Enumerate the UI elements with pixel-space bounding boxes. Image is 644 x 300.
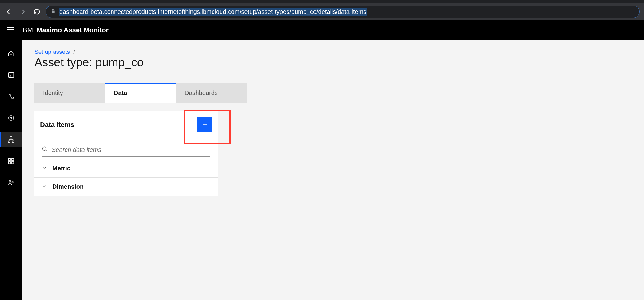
url-text: dashboard-beta.connectedproducts.interne… [59,8,367,16]
app-header: IBM Maximo Asset Monitor [0,20,644,40]
search-input[interactable] [52,146,210,153]
reload-button[interactable] [33,7,41,16]
category-metric[interactable]: Metric [34,159,218,178]
breadcrumb-sep: / [73,49,75,55]
add-data-item-button[interactable] [197,117,212,132]
category-label: Dimension [52,183,84,190]
brand: IBM Maximo Asset Monitor [21,26,109,34]
svg-point-12 [12,181,13,183]
data-icon [8,93,14,100]
forward-button[interactable] [18,7,27,16]
svg-point-3 [9,116,14,121]
svg-rect-4 [10,137,12,138]
hierarchy-icon [8,136,14,143]
apps-icon [8,158,14,164]
brand-prefix: IBM [21,26,33,34]
svg-rect-8 [12,159,14,160]
search-row [42,144,210,157]
tab-dashboards[interactable]: Dashboards [176,83,247,103]
chevron-down-icon [42,184,47,190]
browser-toolbar: dashboard-beta.connectedproducts.interne… [0,3,644,20]
svg-rect-9 [9,162,10,164]
breadcrumb-parent[interactable]: Set up assets [34,49,70,55]
back-button[interactable] [4,7,13,16]
chevron-down-icon [42,165,47,172]
svg-rect-6 [12,141,14,143]
data-items-panel: Data items Metric [34,111,218,196]
page-title: Asset type: pump_co [34,56,632,69]
svg-rect-5 [8,141,10,143]
svg-point-13 [43,147,46,151]
rail-home[interactable] [0,46,22,61]
search-icon [42,146,48,153]
menu-icon[interactable] [7,27,14,33]
users-icon [8,179,14,186]
side-rail [0,40,22,300]
category-label: Metric [52,165,70,172]
breadcrumb: Set up assets / [34,49,632,55]
panel-heading: Data items [40,121,74,129]
home-icon [8,50,14,57]
address-bar[interactable]: dashboard-beta.connectedproducts.interne… [46,6,640,18]
brand-product: Maximo Asset Monitor [37,26,109,34]
tabs: Identity Data Dashboards [34,83,632,103]
svg-rect-10 [12,162,14,164]
compass-icon [8,115,14,121]
svg-rect-0 [9,73,14,78]
svg-rect-7 [9,159,10,160]
tab-identity[interactable]: Identity [34,83,105,103]
rail-data[interactable] [0,89,22,104]
category-dimension[interactable]: Dimension [34,178,218,196]
rail-users[interactable] [0,175,22,190]
rail-setup[interactable] [0,132,22,147]
svg-point-11 [9,181,11,183]
rail-apps[interactable] [0,154,22,168]
dashboard-icon [8,72,14,78]
tab-data[interactable]: Data [105,83,176,103]
content: Set up assets / Asset type: pump_co Iden… [22,40,644,300]
rail-dashboard[interactable] [0,68,22,82]
rail-explore[interactable] [0,111,22,125]
lock-icon [51,9,56,15]
